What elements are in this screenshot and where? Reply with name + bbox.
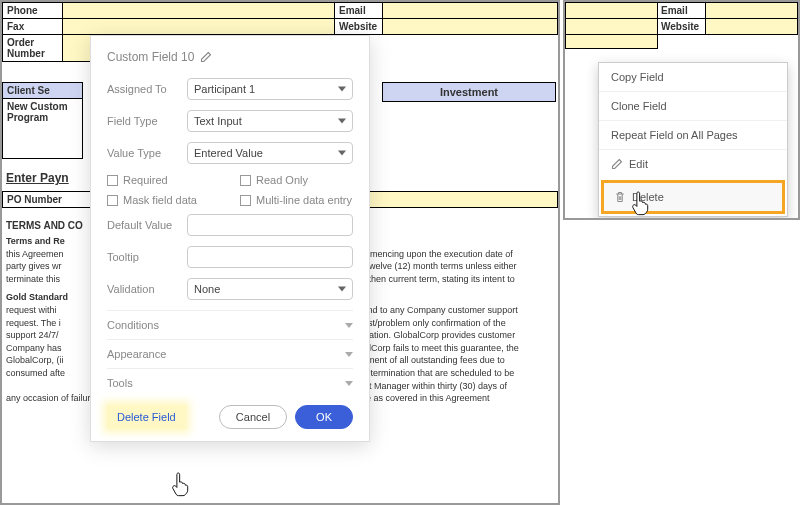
chevron-down-icon [345, 352, 353, 357]
ctx-copy-field[interactable]: Copy Field [599, 63, 787, 91]
document-right: Email Website Copy Field Clone Field Rep… [563, 0, 800, 220]
trash-icon [614, 191, 626, 203]
website-label: Website [335, 19, 383, 35]
cursor-hand-icon [170, 471, 192, 497]
fieldtype-label: Field Type [107, 115, 187, 127]
multiline-checkbox[interactable]: Multi-line data entry [240, 194, 353, 206]
order-number-label: Order Number [3, 35, 63, 62]
website-field[interactable] [383, 19, 558, 35]
client-cell: New Custom Program [3, 99, 83, 159]
assigned-select[interactable]: Participant 1 [187, 78, 353, 100]
chevron-down-icon [345, 381, 353, 386]
context-menu: Copy Field Clone Field Repeat Field on A… [598, 62, 788, 217]
investment-header: Investment [382, 82, 556, 102]
default-label: Default Value [107, 219, 187, 231]
required-checkbox[interactable]: Required [107, 174, 220, 186]
valuetype-select[interactable]: Entered Value [187, 142, 353, 164]
ctx-clone-field[interactable]: Clone Field [599, 91, 787, 120]
cursor-hand-icon [630, 190, 652, 216]
fieldtype-select[interactable]: Text Input [187, 110, 353, 132]
validation-select[interactable]: None [187, 278, 353, 300]
email-label-r: Email [658, 3, 706, 19]
email-label: Email [335, 3, 383, 19]
ctx-delete-highlight: Delete [601, 180, 785, 214]
field-properties-panel: Custom Field 10 Assigned To Participant … [90, 35, 370, 442]
cancel-button[interactable]: Cancel [219, 405, 287, 429]
email-field[interactable] [383, 3, 558, 19]
edit-title-icon[interactable] [200, 51, 212, 63]
conditions-section[interactable]: Conditions [107, 310, 353, 339]
client-section-header: Client Se [3, 83, 83, 99]
delete-field-link[interactable]: Delete Field [107, 405, 186, 429]
default-input[interactable] [187, 214, 353, 236]
appearance-section[interactable]: Appearance [107, 339, 353, 368]
fax-label: Fax [3, 19, 63, 35]
phone-label: Phone [3, 3, 63, 19]
assigned-label: Assigned To [107, 83, 187, 95]
tooltip-input[interactable] [187, 246, 353, 268]
mask-checkbox[interactable]: Mask field data [107, 194, 220, 206]
readonly-checkbox[interactable]: Read Only [240, 174, 353, 186]
phone-field[interactable] [63, 3, 335, 19]
fax-field[interactable] [63, 19, 335, 35]
ctx-repeat-field[interactable]: Repeat Field on All Pages [599, 120, 787, 149]
validation-label: Validation [107, 283, 187, 295]
tooltip-label: Tooltip [107, 251, 187, 263]
valuetype-label: Value Type [107, 147, 187, 159]
tools-section[interactable]: Tools [107, 368, 353, 397]
panel-title: Custom Field 10 [107, 50, 353, 64]
chevron-down-icon [345, 323, 353, 328]
pencil-icon [611, 158, 623, 170]
ctx-edit[interactable]: Edit [599, 149, 787, 178]
ok-button[interactable]: OK [295, 405, 353, 429]
website-label-r: Website [658, 19, 706, 35]
